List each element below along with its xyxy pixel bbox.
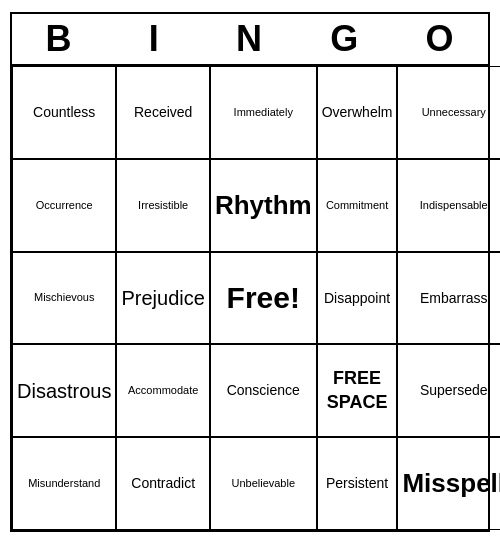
grid-cell-r3-c4: Supersede — [397, 344, 500, 437]
grid-cell-r4-c1: Contradict — [116, 437, 209, 530]
cell-text: Free! — [227, 280, 300, 316]
grid-cell-r0-c2: Immediately — [210, 66, 317, 159]
cell-text: Unbelievable — [231, 477, 295, 490]
grid-cell-r4-c2: Unbelievable — [210, 437, 317, 530]
cell-text: Persistent — [326, 475, 388, 492]
bingo-grid: CountlessReceivedImmediatelyOverwhelmUnn… — [12, 64, 488, 530]
grid-cell-r3-c2: Conscience — [210, 344, 317, 437]
grid-cell-r0-c1: Received — [116, 66, 209, 159]
header-letter: N — [202, 18, 297, 60]
header-letter: B — [12, 18, 107, 60]
cell-text: Misunderstand — [28, 477, 100, 490]
cell-text: Mischievous — [34, 291, 95, 304]
cell-text: Irresistible — [138, 199, 188, 212]
cell-text: Overwhelm — [322, 104, 393, 121]
cell-text: Disastrous — [17, 379, 111, 403]
grid-cell-r2-c3: Disappoint — [317, 252, 398, 345]
cell-text: Countless — [33, 104, 95, 121]
grid-cell-r1-c4: Indispensable — [397, 159, 500, 252]
cell-text: Rhythm — [215, 190, 312, 221]
cell-text: Misspell — [402, 468, 500, 499]
header-letter: G — [298, 18, 393, 60]
cell-text: Occurrence — [36, 199, 93, 212]
header-letter: O — [393, 18, 488, 60]
grid-cell-r3-c0: Disastrous — [12, 344, 116, 437]
grid-cell-r2-c0: Mischievous — [12, 252, 116, 345]
grid-cell-r2-c4: Embarrass — [397, 252, 500, 345]
cell-text: Supersede — [420, 382, 488, 399]
bingo-card: BINGO CountlessReceivedImmediatelyOverwh… — [10, 12, 490, 532]
grid-cell-r1-c2: Rhythm — [210, 159, 317, 252]
grid-cell-r1-c1: Irresistible — [116, 159, 209, 252]
grid-cell-r4-c3: Persistent — [317, 437, 398, 530]
grid-cell-r4-c4: Misspell — [397, 437, 500, 530]
cell-text: Contradict — [131, 475, 195, 492]
cell-text: Commitment — [326, 199, 388, 212]
grid-cell-r3-c1: Accommodate — [116, 344, 209, 437]
grid-cell-r0-c3: Overwhelm — [317, 66, 398, 159]
cell-text: Conscience — [227, 382, 300, 399]
grid-cell-r0-c4: Unnecessary — [397, 66, 500, 159]
cell-text: Prejudice — [121, 286, 204, 310]
grid-cell-r1-c0: Occurrence — [12, 159, 116, 252]
cell-text: Received — [134, 104, 192, 121]
cell-text: Accommodate — [128, 384, 198, 397]
cell-text: Immediately — [234, 106, 293, 119]
cell-text: Unnecessary — [422, 106, 486, 119]
cell-text: Embarrass — [420, 290, 488, 307]
grid-cell-r1-c3: Commitment — [317, 159, 398, 252]
grid-cell-r2-c1: Prejudice — [116, 252, 209, 345]
grid-cell-r4-c0: Misunderstand — [12, 437, 116, 530]
header-letter: I — [107, 18, 202, 60]
grid-cell-r2-c2: Free! — [210, 252, 317, 345]
cell-text: Indispensable — [420, 199, 488, 212]
grid-cell-r0-c0: Countless — [12, 66, 116, 159]
grid-cell-r3-c3: FREESPACE — [317, 344, 398, 437]
cell-text: Disappoint — [324, 290, 390, 307]
bingo-header: BINGO — [12, 14, 488, 64]
